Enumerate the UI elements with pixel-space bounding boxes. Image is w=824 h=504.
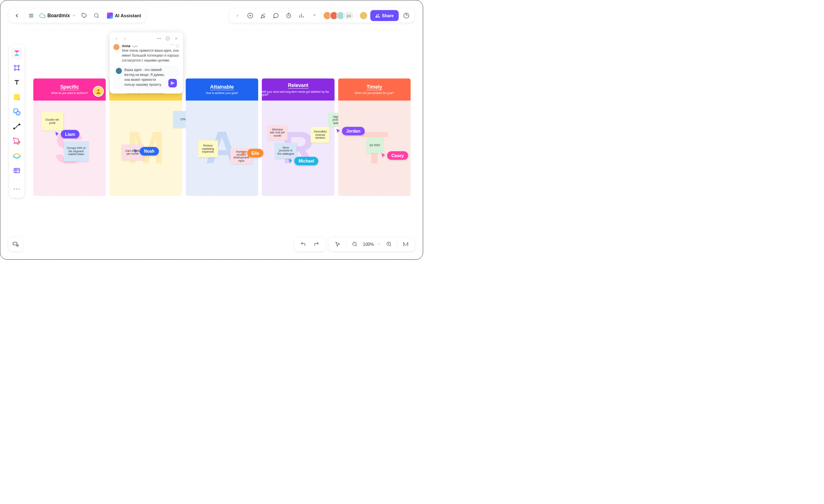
celebrate-button[interactable]	[258, 10, 268, 21]
highlighter-tool[interactable]	[11, 150, 23, 161]
top-right-toolbar: 24 Share	[229, 9, 414, 23]
avatar-overflow-count[interactable]: 24	[343, 11, 354, 20]
svg-rect-23	[14, 168, 19, 172]
collaborator-avatars[interactable]: 24	[325, 11, 354, 20]
cursor-label: Ella	[247, 149, 263, 158]
pen-tool[interactable]	[11, 136, 23, 147]
menu-button[interactable]	[26, 10, 36, 21]
svg-point-29	[98, 89, 100, 92]
search-button[interactable]	[91, 10, 101, 21]
timer-button[interactable]	[284, 10, 294, 21]
bottom-right-toolbar: 100%	[294, 237, 414, 251]
column-subtitle: What do you want to achieve?	[51, 92, 88, 94]
comment-panel[interactable]: Anna ayer Мне очень нравится ваша идея, …	[110, 32, 183, 94]
comment-close-button[interactable]	[173, 35, 179, 41]
comment-more-button[interactable]	[156, 35, 162, 41]
sticky-note[interactable]: Occupy 54% of the segment market share	[64, 141, 89, 161]
shape-tool[interactable]	[11, 106, 23, 117]
column-subtitle: When will you achieve the goal?	[355, 92, 394, 94]
column-title: Attainable	[210, 84, 234, 89]
comment-next-button[interactable]	[122, 35, 128, 41]
column-relevant[interactable]: Relevant Will your short and long-term n…	[262, 78, 334, 196]
redo-button[interactable]	[311, 239, 322, 249]
sticky-note[interactable]: Diversified revenue streams	[311, 127, 330, 143]
comment-avatar-icon	[113, 44, 119, 50]
column-timely[interactable]: Timely When will you achieve the goal? T…	[338, 78, 411, 196]
svg-point-30	[157, 38, 158, 39]
sticky-note[interactable]: Double net profit	[41, 112, 64, 131]
help-button[interactable]	[401, 10, 412, 21]
fit-to-screen-button[interactable]	[401, 239, 411, 249]
comment-react-icon[interactable]	[176, 44, 179, 48]
expand-toolbar-button[interactable]	[232, 10, 243, 21]
column-title: Specific	[60, 84, 79, 89]
comment-resolve-button[interactable]	[165, 35, 171, 41]
svg-point-38	[173, 44, 174, 45]
sticky-note-tool[interactable]	[11, 92, 23, 103]
svg-point-26	[14, 188, 15, 190]
svg-point-36	[170, 44, 171, 45]
text-tool[interactable]	[11, 77, 23, 88]
svg-point-33	[166, 37, 169, 40]
column-subtitle: Will your short and long-term needs get …	[262, 90, 334, 96]
sticky-note[interactable]: More products in the catalogue	[275, 143, 297, 159]
undo-button[interactable]	[298, 239, 308, 249]
presentation-button[interactable]	[245, 10, 255, 21]
comment-prev-button[interactable]	[113, 35, 119, 41]
column-title: Timely	[366, 84, 382, 89]
zoom-out-button[interactable]	[350, 239, 360, 249]
svg-point-4	[94, 14, 98, 17]
comment-text: Мне очень нравится ваша идея, она имеет …	[122, 48, 179, 63]
minimap-button[interactable]	[9, 237, 23, 251]
sticky-note[interactable]: Reduce marketing expenses	[198, 140, 218, 158]
zoom-level[interactable]: 100%	[363, 242, 374, 247]
svg-line-5	[98, 17, 98, 18]
file-title[interactable]: Boardmix	[38, 13, 77, 19]
svg-point-21	[14, 128, 15, 129]
top-left-toolbar: Boardmix AI Assistant	[9, 9, 145, 23]
pointer-mode-button[interactable]	[333, 239, 343, 249]
svg-point-39	[176, 44, 179, 47]
svg-point-37	[172, 44, 172, 45]
cursor-label: Michael	[294, 157, 318, 165]
more-tools-button[interactable]	[309, 10, 319, 21]
chevron-down-icon[interactable]	[377, 242, 381, 246]
zoom-in-button[interactable]	[384, 239, 394, 249]
share-label: Share	[382, 13, 394, 18]
comment-author: Anna	[122, 44, 130, 48]
column-subtitle: How to achieve your goal?	[206, 92, 238, 94]
svg-point-28	[18, 188, 20, 190]
cloud-sync-icon	[39, 13, 46, 19]
cursor-label: Liam	[61, 130, 79, 138]
vote-button[interactable]	[296, 10, 307, 21]
current-user-avatar[interactable]	[359, 11, 368, 20]
select-tool[interactable]	[11, 48, 23, 59]
more-tool[interactable]	[11, 183, 23, 195]
share-button[interactable]: Share	[370, 10, 398, 21]
sticky-note[interactable]: Q4 2023	[366, 137, 383, 153]
remote-cursor: Michael	[288, 157, 318, 165]
comment-button[interactable]	[271, 10, 281, 21]
tag-button[interactable]	[79, 10, 89, 21]
back-button[interactable]	[11, 10, 22, 21]
ai-assistant-label: AI Assistant	[115, 13, 141, 18]
remote-cursor: Jordan	[336, 127, 364, 135]
comment-send-button[interactable]	[168, 79, 177, 87]
svg-rect-42	[13, 242, 17, 245]
column-attainable[interactable]: Attainable How to achieve your goal? A R…	[186, 78, 259, 196]
table-tool[interactable]	[11, 165, 23, 176]
chevron-down-icon	[72, 14, 76, 18]
comment-item-more-icon[interactable]	[170, 44, 174, 48]
svg-line-45	[356, 245, 357, 246]
ai-assistant-button[interactable]: AI Assistant	[105, 13, 142, 19]
cursor-label: Casey	[387, 151, 408, 160]
comment-reply-input[interactable]: Ваша идея - это свежий взгляд на вещи. Я…	[124, 68, 166, 87]
column-title: Relevant	[288, 83, 309, 88]
connector-tool[interactable]	[11, 121, 23, 132]
sticky-note[interactable]: Minimize ads cost per month	[268, 125, 288, 140]
svg-point-22	[19, 124, 20, 125]
smart-columns: Specific What do you want to achieve? S …	[33, 78, 410, 196]
comment-timestamp: ayer	[132, 44, 138, 48]
frame-tool[interactable]	[11, 62, 23, 73]
column-measurable[interactable]: Measurable How will you measure success?…	[110, 78, 182, 196]
